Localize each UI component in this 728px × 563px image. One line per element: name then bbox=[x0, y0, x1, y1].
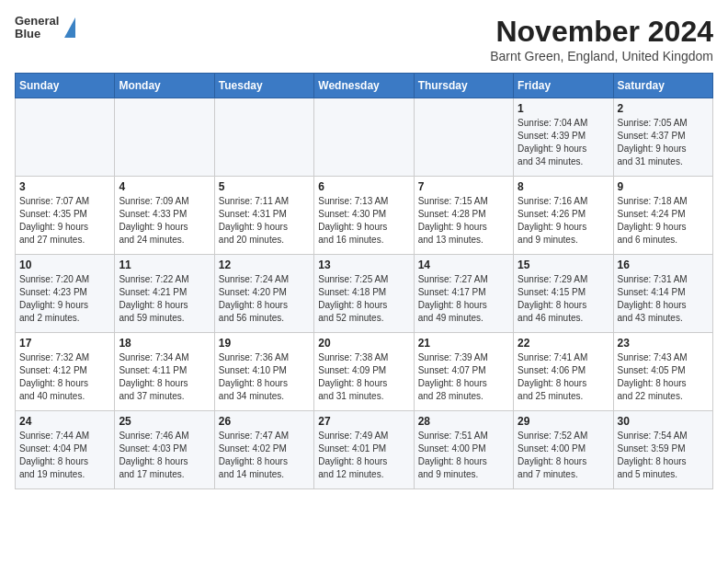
day-info: Sunrise: 7:38 AM Sunset: 4:09 PM Dayligh… bbox=[318, 351, 409, 403]
day-info: Sunrise: 7:41 AM Sunset: 4:06 PM Dayligh… bbox=[518, 351, 609, 403]
day-info: Sunrise: 7:05 AM Sunset: 4:37 PM Dayligh… bbox=[618, 117, 709, 168]
calendar-cell: 30Sunrise: 7:54 AM Sunset: 3:59 PM Dayli… bbox=[613, 411, 712, 489]
day-number: 18 bbox=[119, 337, 210, 350]
week-row-2: 3Sunrise: 7:07 AM Sunset: 4:35 PM Daylig… bbox=[16, 177, 713, 255]
weekday-header-sunday: Sunday bbox=[16, 74, 115, 98]
day-number: 15 bbox=[518, 259, 609, 271]
day-info: Sunrise: 7:15 AM Sunset: 4:28 PM Dayligh… bbox=[418, 195, 509, 247]
day-info: Sunrise: 7:22 AM Sunset: 4:21 PM Dayligh… bbox=[119, 273, 210, 325]
location: Barnt Green, England, United Kingdom bbox=[490, 49, 713, 63]
day-info: Sunrise: 7:51 AM Sunset: 4:00 PM Dayligh… bbox=[418, 430, 509, 481]
logo-line2: Blue bbox=[15, 28, 59, 40]
day-number: 22 bbox=[518, 337, 609, 350]
day-number: 2 bbox=[618, 102, 709, 115]
day-number: 17 bbox=[19, 337, 110, 350]
day-number: 30 bbox=[618, 415, 709, 428]
day-number: 27 bbox=[318, 415, 409, 428]
day-info: Sunrise: 7:54 AM Sunset: 3:59 PM Dayligh… bbox=[618, 430, 709, 481]
calendar-cell bbox=[214, 98, 313, 177]
calendar-cell bbox=[115, 98, 214, 177]
calendar-cell: 3Sunrise: 7:07 AM Sunset: 4:35 PM Daylig… bbox=[16, 177, 115, 255]
logo-triangle-icon bbox=[64, 17, 75, 38]
calendar-cell: 25Sunrise: 7:46 AM Sunset: 4:03 PM Dayli… bbox=[115, 411, 214, 489]
day-number: 6 bbox=[318, 180, 409, 193]
calendar-cell: 14Sunrise: 7:27 AM Sunset: 4:17 PM Dayli… bbox=[414, 255, 513, 333]
day-number: 21 bbox=[418, 337, 509, 350]
calendar-cell: 11Sunrise: 7:22 AM Sunset: 4:21 PM Dayli… bbox=[115, 255, 214, 333]
day-info: Sunrise: 7:39 AM Sunset: 4:07 PM Dayligh… bbox=[418, 351, 509, 403]
day-number: 9 bbox=[618, 180, 709, 193]
day-info: Sunrise: 7:31 AM Sunset: 4:14 PM Dayligh… bbox=[618, 273, 709, 325]
calendar-cell: 23Sunrise: 7:43 AM Sunset: 4:05 PM Dayli… bbox=[613, 333, 712, 411]
calendar-cell bbox=[16, 98, 115, 177]
day-number: 26 bbox=[219, 415, 310, 428]
calendar-cell: 21Sunrise: 7:39 AM Sunset: 4:07 PM Dayli… bbox=[414, 333, 513, 411]
day-number: 24 bbox=[19, 415, 110, 428]
week-row-4: 17Sunrise: 7:32 AM Sunset: 4:12 PM Dayli… bbox=[16, 333, 713, 411]
day-number: 8 bbox=[518, 180, 609, 193]
day-info: Sunrise: 7:25 AM Sunset: 4:18 PM Dayligh… bbox=[318, 273, 409, 325]
weekday-header-tuesday: Tuesday bbox=[214, 74, 313, 98]
calendar-cell: 28Sunrise: 7:51 AM Sunset: 4:00 PM Dayli… bbox=[414, 411, 513, 489]
day-number: 29 bbox=[518, 415, 609, 428]
calendar-cell: 4Sunrise: 7:09 AM Sunset: 4:33 PM Daylig… bbox=[115, 177, 214, 255]
day-info: Sunrise: 7:16 AM Sunset: 4:26 PM Dayligh… bbox=[518, 195, 609, 247]
header: General Blue November 2024 Barnt Green, … bbox=[15, 15, 713, 63]
day-info: Sunrise: 7:07 AM Sunset: 4:35 PM Dayligh… bbox=[19, 195, 110, 247]
weekday-header-saturday: Saturday bbox=[613, 74, 712, 98]
day-info: Sunrise: 7:20 AM Sunset: 4:23 PM Dayligh… bbox=[19, 273, 110, 325]
day-info: Sunrise: 7:11 AM Sunset: 4:31 PM Dayligh… bbox=[219, 195, 310, 247]
day-info: Sunrise: 7:44 AM Sunset: 4:04 PM Dayligh… bbox=[19, 430, 110, 481]
calendar-cell: 8Sunrise: 7:16 AM Sunset: 4:26 PM Daylig… bbox=[514, 177, 613, 255]
weekday-header-row: SundayMondayTuesdayWednesdayThursdayFrid… bbox=[16, 74, 713, 98]
weekday-header-monday: Monday bbox=[115, 74, 214, 98]
day-info: Sunrise: 7:18 AM Sunset: 4:24 PM Dayligh… bbox=[618, 195, 709, 247]
calendar-body: 1Sunrise: 7:04 AM Sunset: 4:39 PM Daylig… bbox=[16, 98, 713, 489]
calendar-cell: 9Sunrise: 7:18 AM Sunset: 4:24 PM Daylig… bbox=[613, 177, 712, 255]
logo-line1: General bbox=[15, 15, 59, 28]
calendar-cell bbox=[314, 98, 414, 177]
day-number: 16 bbox=[618, 259, 709, 271]
calendar-cell: 15Sunrise: 7:29 AM Sunset: 4:15 PM Dayli… bbox=[514, 255, 613, 333]
month-title: November 2024 bbox=[490, 15, 713, 49]
week-row-3: 10Sunrise: 7:20 AM Sunset: 4:23 PM Dayli… bbox=[16, 255, 713, 333]
day-info: Sunrise: 7:36 AM Sunset: 4:10 PM Dayligh… bbox=[219, 351, 310, 403]
weekday-header-thursday: Thursday bbox=[414, 74, 513, 98]
calendar-cell: 16Sunrise: 7:31 AM Sunset: 4:14 PM Dayli… bbox=[613, 255, 712, 333]
day-number: 13 bbox=[318, 259, 409, 271]
day-number: 4 bbox=[119, 180, 210, 193]
calendar-cell: 17Sunrise: 7:32 AM Sunset: 4:12 PM Dayli… bbox=[16, 333, 115, 411]
calendar-cell: 1Sunrise: 7:04 AM Sunset: 4:39 PM Daylig… bbox=[514, 98, 613, 177]
calendar-cell: 10Sunrise: 7:20 AM Sunset: 4:23 PM Dayli… bbox=[16, 255, 115, 333]
calendar-cell: 13Sunrise: 7:25 AM Sunset: 4:18 PM Dayli… bbox=[314, 255, 414, 333]
calendar-cell: 5Sunrise: 7:11 AM Sunset: 4:31 PM Daylig… bbox=[214, 177, 313, 255]
day-number: 5 bbox=[219, 180, 310, 193]
day-number: 19 bbox=[219, 337, 310, 350]
day-number: 7 bbox=[418, 180, 509, 193]
calendar-table: SundayMondayTuesdayWednesdayThursdayFrid… bbox=[15, 73, 713, 489]
day-info: Sunrise: 7:24 AM Sunset: 4:20 PM Dayligh… bbox=[219, 273, 310, 325]
calendar-cell: 26Sunrise: 7:47 AM Sunset: 4:02 PM Dayli… bbox=[214, 411, 313, 489]
day-number: 3 bbox=[19, 180, 110, 193]
day-number: 23 bbox=[618, 337, 709, 350]
day-number: 28 bbox=[418, 415, 509, 428]
day-number: 20 bbox=[318, 337, 409, 350]
calendar-cell: 20Sunrise: 7:38 AM Sunset: 4:09 PM Dayli… bbox=[314, 333, 414, 411]
day-number: 10 bbox=[19, 259, 110, 271]
week-row-5: 24Sunrise: 7:44 AM Sunset: 4:04 PM Dayli… bbox=[16, 411, 713, 489]
calendar-cell: 24Sunrise: 7:44 AM Sunset: 4:04 PM Dayli… bbox=[16, 411, 115, 489]
weekday-header-wednesday: Wednesday bbox=[314, 74, 414, 98]
calendar-cell: 6Sunrise: 7:13 AM Sunset: 4:30 PM Daylig… bbox=[314, 177, 414, 255]
calendar-cell bbox=[414, 98, 513, 177]
logo-text: General Blue bbox=[15, 15, 59, 41]
day-number: 1 bbox=[518, 102, 609, 115]
calendar-cell: 12Sunrise: 7:24 AM Sunset: 4:20 PM Dayli… bbox=[214, 255, 313, 333]
day-info: Sunrise: 7:46 AM Sunset: 4:03 PM Dayligh… bbox=[119, 430, 210, 481]
calendar-cell: 22Sunrise: 7:41 AM Sunset: 4:06 PM Dayli… bbox=[514, 333, 613, 411]
day-number: 11 bbox=[119, 259, 210, 271]
day-info: Sunrise: 7:27 AM Sunset: 4:17 PM Dayligh… bbox=[418, 273, 509, 325]
calendar-cell: 29Sunrise: 7:52 AM Sunset: 4:00 PM Dayli… bbox=[514, 411, 613, 489]
day-number: 14 bbox=[418, 259, 509, 271]
logo: General Blue bbox=[15, 15, 75, 41]
calendar-cell: 7Sunrise: 7:15 AM Sunset: 4:28 PM Daylig… bbox=[414, 177, 513, 255]
